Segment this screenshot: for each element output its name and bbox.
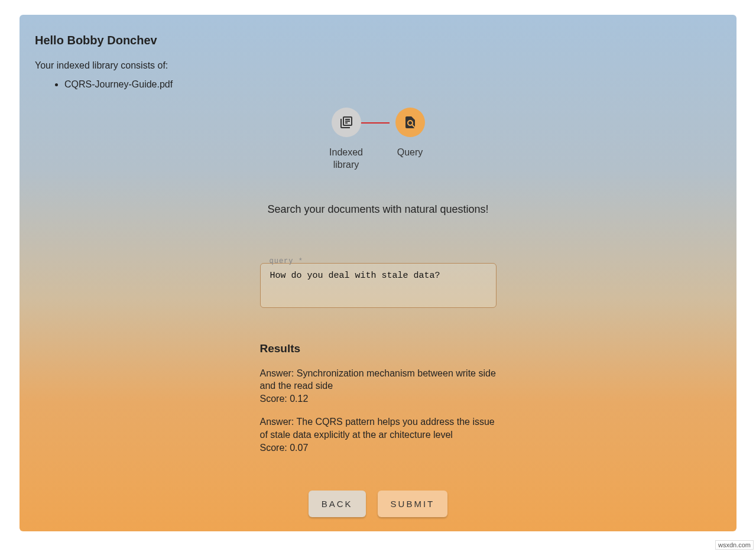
step-indexed-library[interactable]: Indexed library	[326, 108, 367, 171]
file-list: CQRS-Journey-Guide.pdf	[29, 79, 727, 90]
query-label: query *	[270, 257, 303, 265]
search-prompt: Search your documents with natural quest…	[29, 203, 727, 216]
result-item: Answer: The CQRS pattern helps you addre…	[260, 415, 497, 454]
query-input[interactable]	[260, 263, 497, 308]
step-label: Indexed library	[326, 147, 367, 171]
results-block: Results Answer: Synchronization mechanis…	[260, 342, 497, 454]
submit-button[interactable]: SUBMIT	[378, 491, 448, 517]
find-in-page-icon	[395, 108, 425, 137]
stepper: Indexed library Query	[29, 108, 727, 171]
watermark: wsxdn.com	[715, 540, 754, 550]
result-score: Score: 0.07	[260, 441, 497, 454]
stepper-connector	[360, 122, 390, 124]
results-title: Results	[260, 342, 497, 355]
result-item: Answer: Synchronization mechanism betwee…	[260, 367, 497, 405]
result-answer: Answer: The CQRS pattern helps you addre…	[260, 415, 497, 441]
main-card: Hello Bobby Donchev Your indexed library…	[20, 15, 736, 531]
back-button[interactable]: BACK	[309, 491, 366, 517]
library-icon	[332, 108, 361, 137]
query-block: query *	[260, 263, 497, 310]
file-item: CQRS-Journey-Guide.pdf	[64, 79, 727, 90]
button-row: BACK SUBMIT	[29, 491, 727, 517]
step-label: Query	[397, 147, 423, 159]
step-query[interactable]: Query	[390, 108, 431, 159]
result-answer: Answer: Synchronization mechanism betwee…	[260, 367, 497, 392]
intro-text: Your indexed library consists of:	[29, 60, 727, 71]
result-score: Score: 0.12	[260, 392, 497, 405]
greeting-heading: Hello Bobby Donchev	[29, 34, 727, 47]
